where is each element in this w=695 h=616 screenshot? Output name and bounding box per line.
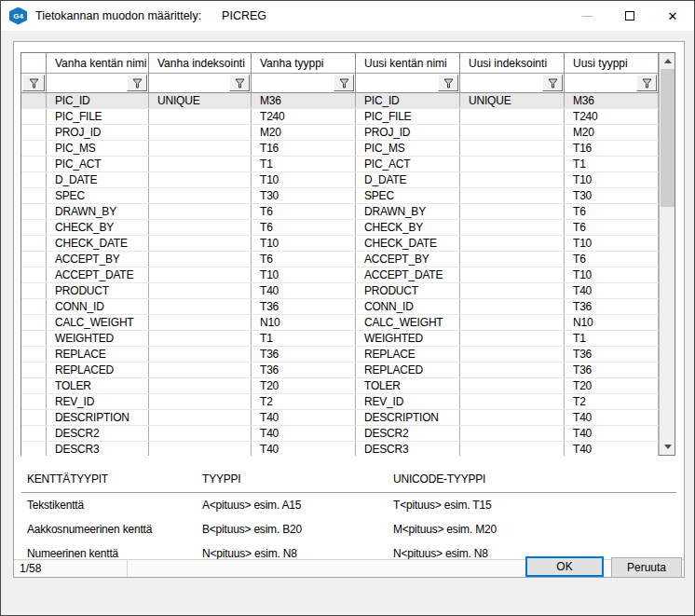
table-row[interactable]: REPLACEDT36REPLACEDT36 <box>21 363 659 378</box>
cell[interactable] <box>460 236 565 251</box>
cell[interactable] <box>149 315 252 330</box>
cell[interactable]: CALC_WEIGHT <box>47 315 149 330</box>
cell[interactable] <box>460 442 565 456</box>
cell[interactable] <box>460 378 565 393</box>
cell[interactable]: M36 <box>565 93 659 108</box>
table-row[interactable]: DESCR2T40DESCR2T40 <box>21 426 659 442</box>
cell[interactable] <box>460 252 565 267</box>
cell[interactable]: T6 <box>252 220 356 235</box>
cell[interactable]: T30 <box>565 188 659 203</box>
filter-button[interactable] <box>334 75 354 91</box>
cell[interactable]: REV_ID <box>356 394 460 409</box>
column-header-uusi-kentan-nimi[interactable]: Uusi kentän nimi <box>356 53 460 92</box>
cell[interactable]: PIC_ID <box>47 93 149 108</box>
table-row[interactable]: CALC_WEIGHTN10CALC_WEIGHTN10 <box>21 315 659 331</box>
cell[interactable] <box>149 267 252 282</box>
cell[interactable]: REPLACED <box>356 363 460 377</box>
cell[interactable]: T16 <box>252 141 356 156</box>
cell[interactable] <box>460 125 565 140</box>
cell[interactable] <box>460 109 565 124</box>
cell[interactable] <box>460 141 565 156</box>
cell[interactable] <box>149 252 252 267</box>
filter-field[interactable] <box>252 73 355 92</box>
table-row[interactable]: DESCRIPTIONT40DESCRIPTIONT40 <box>21 410 659 426</box>
cell[interactable]: T36 <box>252 363 356 377</box>
cell[interactable]: T10 <box>565 172 659 187</box>
cell[interactable]: CALC_WEIGHT <box>356 315 460 330</box>
table-row[interactable]: REPLACET36REPLACET36 <box>21 347 659 363</box>
cell[interactable] <box>149 410 252 425</box>
filter-button[interactable] <box>22 75 45 91</box>
table-row[interactable]: CHECK_BYT6CHECK_BYT6 <box>21 220 659 236</box>
filter-button[interactable] <box>636 75 657 91</box>
cell[interactable]: DESCR3 <box>47 442 149 456</box>
cell[interactable]: M20 <box>565 125 659 140</box>
row-selector-cell[interactable] <box>21 267 47 282</box>
column-header-uusi-tyyppi[interactable]: Uusi tyyppi <box>565 53 659 92</box>
filter-button[interactable] <box>229 75 250 91</box>
cell[interactable]: ACCEPT_DATE <box>356 267 460 282</box>
cell[interactable] <box>149 347 252 362</box>
row-selector-cell[interactable] <box>21 442 47 456</box>
cell[interactable] <box>149 363 252 377</box>
filter-button[interactable] <box>438 75 458 91</box>
cell[interactable]: CHECK_BY <box>47 220 149 235</box>
cell[interactable] <box>149 109 252 124</box>
cell[interactable] <box>149 299 252 314</box>
cell[interactable] <box>460 204 565 219</box>
table-row[interactable]: TOLERT20TOLERT20 <box>21 378 659 394</box>
cell[interactable]: DRAWN_BY <box>47 204 149 219</box>
table-row[interactable]: SPECT30SPECT30 <box>21 188 659 204</box>
row-selector-cell[interactable] <box>21 410 47 425</box>
cell[interactable]: PROJ_ID <box>47 125 149 140</box>
cancel-button[interactable]: Peruuta <box>611 557 682 578</box>
row-selector-cell[interactable] <box>21 331 47 346</box>
row-selector-cell[interactable] <box>21 378 47 393</box>
row-selector-cell[interactable] <box>21 426 47 441</box>
table-row[interactable]: CONN_IDT36CONN_IDT36 <box>21 299 659 315</box>
table-row[interactable]: PIC_FILET240PIC_FILET240 <box>21 109 659 125</box>
cell[interactable]: T2 <box>565 394 659 409</box>
cell[interactable]: N10 <box>252 315 356 330</box>
row-selector-cell[interactable] <box>21 252 47 267</box>
cell[interactable] <box>460 347 565 362</box>
table-row[interactable]: DESCR3T40DESCR3T40 <box>21 442 659 456</box>
cell[interactable] <box>149 331 252 346</box>
table-row[interactable]: ACCEPT_BYT6ACCEPT_BYT6 <box>21 252 659 267</box>
cell[interactable]: SPEC <box>47 188 149 203</box>
column-header-uusi-indeksointi[interactable]: Uusi indeksointi <box>460 53 565 92</box>
filter-button[interactable] <box>127 75 147 91</box>
cell[interactable]: CHECK_DATE <box>47 236 149 251</box>
cell[interactable]: N10 <box>565 315 659 330</box>
column-header-vanha-indeksointi[interactable]: Vanha indeksointi <box>149 53 252 92</box>
cell[interactable]: TOLER <box>356 378 460 393</box>
cell[interactable]: SPEC <box>356 188 460 203</box>
cell[interactable]: T40 <box>252 283 356 298</box>
cell[interactable]: T40 <box>565 283 659 298</box>
cell[interactable]: T10 <box>565 236 659 251</box>
table-row[interactable]: PROJ_IDM20PROJ_IDM20 <box>21 125 659 141</box>
cell[interactable] <box>149 188 252 203</box>
cell[interactable]: UNIQUE <box>149 93 252 108</box>
cell[interactable]: T2 <box>252 394 356 409</box>
cell[interactable]: PIC_ACT <box>356 157 460 171</box>
cell[interactable]: ACCEPT_DATE <box>47 267 149 282</box>
cell[interactable]: T6 <box>565 220 659 235</box>
row-selector-cell[interactable] <box>21 394 47 409</box>
row-selector-cell[interactable] <box>21 125 47 140</box>
cell[interactable]: CHECK_BY <box>356 220 460 235</box>
cell[interactable] <box>460 283 565 298</box>
cell[interactable]: DESCR3 <box>356 442 460 456</box>
cell[interactable]: T1 <box>252 331 356 346</box>
cell[interactable] <box>460 363 565 377</box>
row-selector-cell[interactable] <box>21 172 47 187</box>
cell[interactable]: T10 <box>565 267 659 282</box>
cell[interactable]: T40 <box>252 442 356 456</box>
cell[interactable]: T240 <box>565 109 659 124</box>
row-selector-cell[interactable] <box>21 347 47 362</box>
row-selector-cell[interactable] <box>21 188 47 203</box>
cell[interactable]: T6 <box>565 252 659 267</box>
row-selector-cell[interactable] <box>21 315 47 330</box>
filter-field[interactable] <box>565 73 658 92</box>
cell[interactable]: CONN_ID <box>356 299 460 314</box>
